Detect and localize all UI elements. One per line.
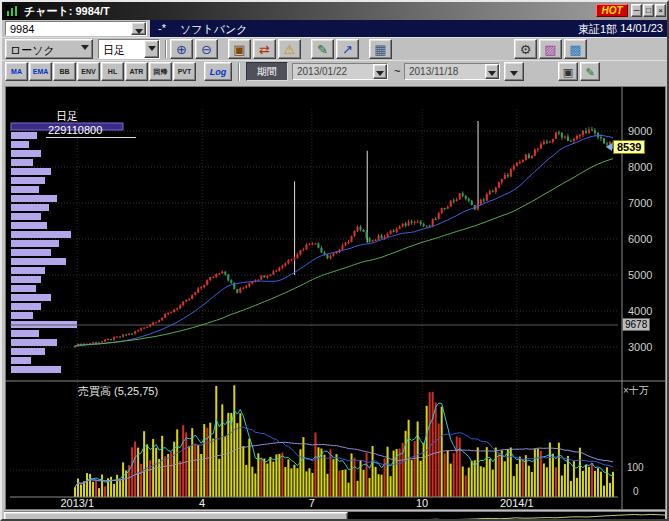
draw-icon: ✎ <box>317 42 328 57</box>
period-to-field[interactable]: 2013/11/18 <box>404 63 500 80</box>
layout-button[interactable]: ▣ <box>558 62 578 81</box>
period-separator-label: ~ <box>394 65 400 77</box>
price-tick: 3000 <box>628 341 652 353</box>
chevron-down-icon[interactable] <box>373 64 387 79</box>
trendline-icon: ↗ <box>342 42 353 57</box>
base-price-label: 9678 <box>622 318 650 331</box>
layout-icon: ▣ <box>563 66 573 78</box>
draw-button[interactable]: ✎ <box>311 39 334 59</box>
chart-panel[interactable]: 日足 229110800 8539 9678 売買高 (5,25,75) ×十万… <box>5 86 666 510</box>
indicator-ma-toggle[interactable]: MA <box>5 62 28 81</box>
date-label: 14/01/23 <box>620 22 663 34</box>
grid-view-button[interactable]: ▦ <box>369 39 392 59</box>
chevron-down-icon[interactable] <box>131 22 146 35</box>
titlebar: チャート: 9984/T HOT ─ □ × <box>2 2 667 20</box>
capture-icon: ▣ <box>233 42 245 57</box>
x-axis-label: 2014/1 <box>500 497 534 509</box>
period-from-field[interactable]: 2013/01/22 <box>292 63 388 80</box>
palette-button[interactable]: ▨ <box>539 39 562 59</box>
indicator-bb-toggle[interactable]: BB <box>53 62 76 81</box>
refresh-icon: ⇄ <box>259 42 270 57</box>
volume-tick: 0 <box>633 486 639 497</box>
maximize-button[interactable]: □ <box>643 4 654 17</box>
period-from-value: 2013/01/22 <box>297 66 347 77</box>
indicator-toggles: MAEMABBENVHLATR回帰PVT <box>5 62 196 81</box>
chart-type-value: ローソク <box>10 43 55 58</box>
indicator-env-toggle[interactable]: ENV <box>77 62 100 81</box>
window-title: チャート: 9984/T <box>24 4 110 19</box>
zoom-out-button[interactable]: ⊖ <box>195 39 218 59</box>
price-tick: 9000 <box>628 125 652 137</box>
history-sparkline <box>348 512 669 521</box>
timeframe-combobox[interactable]: 日足 <box>98 39 160 59</box>
period-button[interactable]: 期間 <box>246 62 288 81</box>
chart-canvas <box>6 87 665 509</box>
horizontal-scrollbar[interactable] <box>4 511 665 521</box>
price-tick: 8000 <box>628 161 652 173</box>
x-axis-label: 4 <box>199 497 205 509</box>
chart-type-combobox[interactable]: ローソク <box>5 39 93 59</box>
indicator-kaiki-toggle[interactable]: 回帰 <box>149 62 172 81</box>
refresh-button[interactable]: ⇄ <box>253 39 276 59</box>
styles-icon: ▩ <box>569 42 581 57</box>
pane-label: 日足 <box>56 109 78 124</box>
price-tick: 6000 <box>628 233 652 245</box>
styles-button[interactable]: ▩ <box>564 39 587 59</box>
x-axis-label: 2013/1 <box>60 497 94 509</box>
scrollbar-thumb[interactable] <box>4 512 348 521</box>
indicator-ema-toggle[interactable]: EMA <box>29 62 52 81</box>
current-price-callout: 8539 <box>606 140 645 154</box>
toolbar-icons: ⊕⊖▣⇄⚠✎↗▦ <box>170 39 392 59</box>
period-apply-button[interactable] <box>504 62 524 81</box>
symbol-info-strip: -* ソフトバンク 東証1部 14/01/23 <box>150 20 667 37</box>
volume-readout: 229110800 <box>46 124 136 138</box>
toolbar-right-icons: ⚙▨▩ <box>514 39 587 59</box>
symbol-name: ソフトバンク <box>180 22 248 37</box>
settings-icon: ⚙ <box>520 42 532 57</box>
price-tick: 7000 <box>628 197 652 209</box>
x-axis-label: 7 <box>309 497 315 509</box>
x-axis-label: 10 <box>416 497 428 509</box>
edit-style-icon: ✎ <box>585 66 594 78</box>
price-tick: 5000 <box>628 269 652 281</box>
volume-unit-label: ×十万 <box>623 384 649 398</box>
zoom-in-icon: ⊕ <box>176 42 187 57</box>
toolbar-separator <box>165 40 167 58</box>
minimize-button[interactable]: ─ <box>631 4 642 17</box>
indicator-toolbar: MAEMABBENVHLATR回帰PVT Log 期間 2013/01/22 ~… <box>2 60 667 83</box>
symbol-code-combobox[interactable]: 9984 <box>5 21 147 36</box>
timeframe-value: 日足 <box>103 43 125 58</box>
indicator-atr-toggle[interactable]: ATR <box>125 62 148 81</box>
period-to-value: 2013/11/18 <box>409 66 458 77</box>
zoom-in-button[interactable]: ⊕ <box>170 39 193 59</box>
alert-button[interactable]: ⚠ <box>278 39 301 59</box>
chevron-down-icon[interactable] <box>485 64 499 79</box>
palette-icon: ▨ <box>544 42 556 57</box>
chart-window: { "window": { "title": "チャート: 9984/T", "… <box>0 0 669 521</box>
zoom-out-icon: ⊖ <box>201 42 212 57</box>
volume-tick: 100 <box>627 462 644 473</box>
chevron-down-icon[interactable] <box>77 40 92 53</box>
settings-button[interactable]: ⚙ <box>514 39 537 59</box>
alert-icon: ⚠ <box>284 42 296 57</box>
apply-icon <box>510 71 518 76</box>
close-button[interactable]: × <box>655 4 666 17</box>
indicator-pvt-toggle[interactable]: PVT <box>173 62 196 81</box>
hot-badge: HOT <box>596 4 628 17</box>
price-tick: 4000 <box>628 305 652 317</box>
chevron-down-icon[interactable] <box>144 40 159 58</box>
main-toolbar: ローソク 日足 ⊕⊖▣⇄⚠✎↗▦ ⚙▨▩ <box>2 37 667 60</box>
left-arrow-icon <box>606 143 612 151</box>
capture-button[interactable]: ▣ <box>228 39 251 59</box>
symbol-code-value: 9984 <box>10 23 34 35</box>
symbol-bar: 9984 -* ソフトバンク 東証1部 14/01/23 <box>2 20 667 37</box>
toolbar2-extra-icons: ▣✎ <box>558 62 600 81</box>
trendline-button[interactable]: ↗ <box>336 39 359 59</box>
grid-view-icon: ▦ <box>374 42 386 57</box>
current-price-value: 8539 <box>613 140 645 154</box>
edit-style-button[interactable]: ✎ <box>580 62 600 81</box>
toolbar-separator <box>238 63 240 81</box>
indicator-hl-toggle[interactable]: HL <box>101 62 124 81</box>
app-icon <box>5 4 20 17</box>
log-scale-button[interactable]: Log <box>204 62 232 81</box>
